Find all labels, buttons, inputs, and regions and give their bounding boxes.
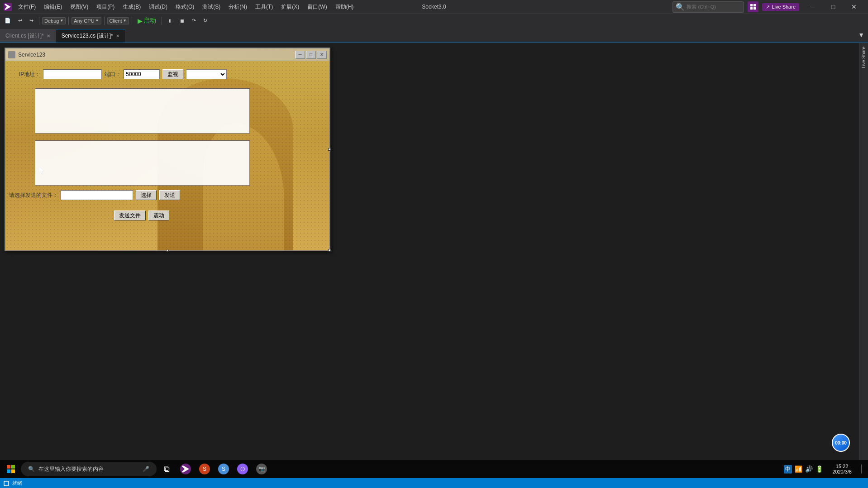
svg-rect-5	[7, 465, 10, 469]
live-share-label: Live Share	[772, 4, 796, 10]
stop-button[interactable]: ⏹	[177, 17, 187, 24]
svg-rect-7	[7, 469, 10, 473]
svg-rect-8	[11, 469, 15, 473]
project-dropdown[interactable]: Client ▼	[107, 17, 129, 24]
live-share-button[interactable]: ↗ Live Share	[762, 3, 799, 11]
svg-rect-3	[754, 7, 756, 10]
taskbar-app-sumatrapdf[interactable]: S	[196, 461, 214, 477]
svg-rect-0	[750, 4, 753, 6]
start-menu-button[interactable]	[2, 461, 20, 477]
taskbar-app-stackedit[interactable]: S	[215, 461, 233, 477]
search-input[interactable]	[687, 4, 741, 10]
ime-icon[interactable]: 中	[784, 465, 792, 474]
sumatrapdf-icon: S	[199, 464, 210, 474]
resize-handle-bottom-right[interactable]	[328, 249, 331, 252]
shake-button[interactable]: 震动	[148, 211, 169, 220]
volume-icon[interactable]: 🔊	[805, 465, 813, 473]
tabs-scroll-arrow[interactable]: ▼	[854, 31, 868, 38]
menu-tools[interactable]: 工具(T)	[252, 2, 277, 12]
stackedit-icon: S	[218, 464, 229, 474]
cpu-arrow-icon: ▼	[95, 19, 99, 23]
status-bar: 就绪	[0, 478, 868, 488]
taskbar: 🔍 在这里输入你要搜索的内容 🎤 ⧉ S S ⬡ 📷 中 📶	[0, 460, 868, 478]
port-input[interactable]	[124, 69, 160, 79]
undo-button[interactable]: ↩	[15, 17, 25, 24]
avatar-initials: 00:00	[835, 440, 847, 445]
file-label: 请选择发送的文件：	[9, 191, 58, 199]
select-button[interactable]: 选择	[136, 190, 157, 200]
menu-debug[interactable]: 调试(D)	[145, 2, 171, 12]
port-label: 端口：	[105, 71, 121, 78]
search-box[interactable]: 🔍	[672, 1, 744, 13]
close-button[interactable]: ✕	[844, 0, 864, 14]
title-bar: 文件(F) 编辑(E) 视图(V) 项目(P) 生成(B) 调试(D) 格式(O…	[0, 0, 868, 14]
tab-client-close[interactable]: ✕	[47, 33, 50, 38]
play-icon: ▶	[138, 17, 143, 24]
toolbar-separator-1	[39, 17, 39, 25]
send-file-button[interactable]: 发送文件	[114, 211, 146, 220]
redo-button[interactable]: ↪	[27, 17, 36, 24]
control-row-top: IP地址： 端口： 监视	[19, 69, 227, 79]
tab-service123-close[interactable]: ✕	[116, 33, 119, 38]
toolbar: 📄 ↩ ↪ Debug ▼ Any CPU ▼ Client ▼ ▶ 启动 ⏸ …	[0, 14, 868, 27]
form-icon	[8, 51, 15, 58]
menu-build[interactable]: 生成(B)	[119, 2, 144, 12]
step-over-button[interactable]: ↷	[189, 17, 199, 24]
project-label: Client	[110, 18, 122, 24]
taskbar-app-vs[interactable]	[176, 461, 195, 477]
menu-extensions[interactable]: 扩展(X)	[277, 2, 303, 12]
editor-area: Service123 ─ □ ✕ IP地址： 端口： 监视	[0, 43, 868, 488]
minimize-button[interactable]: ─	[802, 0, 823, 14]
menu-file[interactable]: 文件(F)	[14, 2, 39, 12]
form-maximize-button[interactable]: □	[306, 51, 316, 59]
tab-client[interactable]: Client.cs [设计]* ✕	[0, 29, 56, 43]
designer-window: Service123 ─ □ ✕ IP地址： 端口： 监视	[5, 48, 330, 251]
form-minimize-button[interactable]: ─	[295, 51, 305, 59]
start-button[interactable]: ▶ 启动	[135, 16, 159, 26]
menu-help[interactable]: 帮助(H)	[332, 2, 358, 12]
extensions-icon[interactable]	[748, 1, 758, 12]
menu-format[interactable]: 格式(O)	[172, 2, 198, 12]
ip-input[interactable]	[43, 69, 102, 79]
resize-handle-right-center[interactable]	[328, 148, 331, 151]
refresh-button[interactable]: ↻	[200, 17, 210, 24]
message-textarea-top[interactable]	[35, 88, 250, 134]
menu-window[interactable]: 窗口(W)	[304, 2, 330, 12]
form-close-button[interactable]: ✕	[317, 51, 327, 59]
network-icon[interactable]: 📶	[795, 465, 802, 473]
send-button[interactable]: 发送	[159, 190, 180, 200]
taskbar-app-purple[interactable]: ⬡	[234, 461, 252, 477]
file-path-input[interactable]	[61, 190, 133, 200]
battery-icon[interactable]: 🔋	[816, 465, 823, 473]
menu-edit[interactable]: 编辑(E)	[40, 2, 66, 12]
tab-service123-label: Service123.cs [设计]*	[62, 32, 113, 40]
menu-test[interactable]: 测试(S)	[199, 2, 224, 12]
task-view-button[interactable]: ⧉	[157, 461, 176, 477]
tab-service123[interactable]: Service123.cs [设计]* ✕	[56, 29, 125, 43]
menu-view[interactable]: 视图(V)	[67, 2, 92, 12]
pause-button[interactable]: ⏸	[165, 17, 175, 24]
form-canvas: IP地址： 端口： 监视 请选择发送的文件： 选择 发送	[5, 61, 329, 250]
show-desktop-button[interactable]	[857, 461, 866, 477]
clock-time: 15:22	[832, 464, 852, 469]
maximize-button[interactable]: □	[823, 0, 844, 14]
taskbar-search-box[interactable]: 🔍 在这里输入你要搜索的内容 🎤	[21, 462, 157, 476]
title-right-area: 🔍 ↗ Live Share	[672, 1, 799, 13]
clock-date: 2020/3/6	[832, 469, 852, 474]
message-textarea-bottom[interactable]	[35, 140, 250, 186]
new-project-button[interactable]: 📄	[2, 17, 14, 24]
live-share-side-label[interactable]: Live Share	[861, 47, 866, 68]
menu-project[interactable]: 项目(P)	[93, 2, 118, 12]
taskbar-app-camera[interactable]: 📷	[253, 461, 271, 477]
svg-rect-6	[11, 465, 15, 469]
taskbar-clock[interactable]: 15:22 2020/3/6	[829, 464, 855, 474]
debug-dropdown[interactable]: Debug ▼	[42, 17, 66, 24]
cpu-dropdown[interactable]: Any CPU ▼	[72, 17, 101, 24]
monitor-button[interactable]: 监视	[162, 69, 183, 79]
control-row-file: 请选择发送的文件： 选择 发送	[9, 190, 180, 200]
toolbar-separator-3	[104, 17, 105, 25]
menu-analyze[interactable]: 分析(N)	[225, 2, 251, 12]
ip-label: IP地址：	[19, 71, 40, 78]
mode-select[interactable]	[186, 69, 227, 79]
form-title: Service123	[18, 52, 292, 58]
